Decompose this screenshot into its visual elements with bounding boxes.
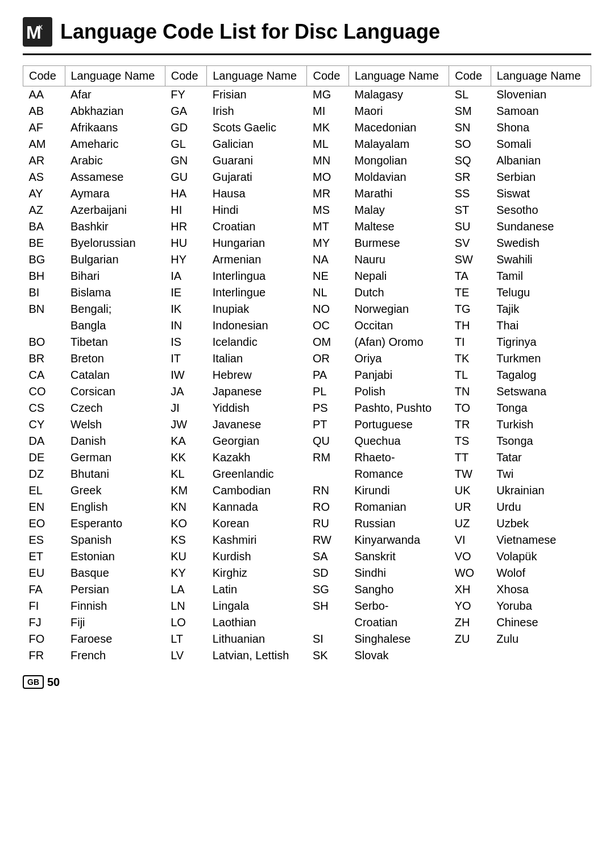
col1-name-header: Language Name — [65, 66, 165, 86]
row-13-col4-code: TG — [449, 301, 491, 317]
row-30-col1-name: Persian — [65, 581, 165, 598]
row-22-col4-code: TT — [449, 449, 491, 466]
row-6-col4-name: Siswat — [491, 185, 591, 202]
row-25-col1-name: English — [65, 499, 165, 515]
row-8-col4-code: SU — [449, 218, 491, 235]
row-18-col3-code: PL — [307, 383, 349, 400]
row-20-col4-name: Turkish — [491, 416, 591, 433]
row-25-col3-name: Romanian — [349, 499, 449, 515]
row-17-col4-code: TL — [449, 367, 491, 383]
row-21-col1-code: DA — [23, 433, 65, 449]
table-row: AMAmeharicGLGalicianMLMalayalamSOSomali — [23, 136, 591, 152]
row-10-col4-name: Swahili — [491, 251, 591, 268]
row-31-col2-name: Lingala — [207, 598, 307, 614]
row-31-col1-name: Finnish — [65, 598, 165, 614]
row-19-col3-code: PS — [307, 400, 349, 416]
table-row: ELGreekKMCambodianRNKirundiUKUkrainian — [23, 482, 591, 499]
table-row: ASAssameseGUGujaratiMOMoldavianSRSerbian — [23, 169, 591, 185]
row-13-col2-name: Inupiak — [207, 301, 307, 317]
row-1-col4-name: Samoan — [491, 103, 591, 119]
row-13-col3-code: NO — [307, 301, 349, 317]
col1-code-header: Code — [23, 66, 65, 86]
row-32-col3-name: Croatian — [349, 614, 449, 631]
row-6-col2-code: HA — [165, 185, 207, 202]
row-24-col4-name: Ukrainian — [491, 482, 591, 499]
row-12-col2-name: Interlingue — [207, 284, 307, 301]
row-7-col3-name: Malay — [349, 202, 449, 218]
row-31-col3-name: Serbo- — [349, 598, 449, 614]
row-32-col1-name: Fiji — [65, 614, 165, 631]
row-30-col4-code: XH — [449, 581, 491, 598]
row-28-col4-name: Volapük — [491, 548, 591, 565]
row-16-col2-code: IT — [165, 350, 207, 367]
table-row: ENEnglishKNKannadaRORomanianURUrdu — [23, 499, 591, 515]
row-13-col1-name: Bengali; — [65, 301, 165, 317]
row-31-col2-code: LN — [165, 598, 207, 614]
col2-name-header: Language Name — [207, 66, 307, 86]
row-26-col1-name: Esperanto — [65, 515, 165, 532]
row-15-col2-name: Icelandic — [207, 334, 307, 350]
row-28-col3-name: Sanskrit — [349, 548, 449, 565]
row-3-col1-code: AM — [23, 136, 65, 152]
row-25-col4-code: UR — [449, 499, 491, 515]
row-1-col2-code: GA — [165, 103, 207, 119]
row-22-col1-name: German — [65, 449, 165, 466]
row-1-col4-code: SM — [449, 103, 491, 119]
row-16-col4-name: Turkmen — [491, 350, 591, 367]
row-32-col4-name: Chinese — [491, 614, 591, 631]
table-row: BGBulgarianHYArmenianNANauruSWSwahili — [23, 251, 591, 268]
row-15-col3-code: OM — [307, 334, 349, 350]
row-12-col1-name: Bislama — [65, 284, 165, 301]
row-14-col4-name: Thai — [491, 317, 591, 334]
row-2-col1-code: AF — [23, 119, 65, 136]
disc-language-icon: M x — [23, 17, 52, 47]
row-0-col1-name: Afar — [65, 86, 165, 104]
row-21-col2-code: KA — [165, 433, 207, 449]
row-12-col4-code: TE — [449, 284, 491, 301]
table-row: AAAfarFYFrisianMGMalagasySLSlovenian — [23, 86, 591, 104]
row-30-col3-code: SG — [307, 581, 349, 598]
language-table: Code Language Name Code Language Name Co… — [23, 65, 591, 664]
row-32-col3-code — [307, 614, 349, 631]
row-18-col2-name: Japanese — [207, 383, 307, 400]
row-33-col2-name: Lithuanian — [207, 631, 307, 647]
row-21-col4-code: TS — [449, 433, 491, 449]
table-row: BIBislamaIEInterlingueNLDutchTETelugu — [23, 284, 591, 301]
row-30-col4-name: Xhosa — [491, 581, 591, 598]
row-5-col3-code: MO — [307, 169, 349, 185]
row-23-col4-code: TW — [449, 466, 491, 482]
row-11-col1-name: Bihari — [65, 268, 165, 284]
row-9-col3-code: MY — [307, 235, 349, 251]
svg-text:x: x — [39, 22, 43, 31]
row-7-col4-name: Sesotho — [491, 202, 591, 218]
table-header-row: Code Language Name Code Language Name Co… — [23, 66, 591, 86]
col3-code-header: Code — [307, 66, 349, 86]
row-20-col1-name: Welsh — [65, 416, 165, 433]
row-11-col2-name: Interlingua — [207, 268, 307, 284]
row-24-col2-code: KM — [165, 482, 207, 499]
row-8-col2-name: Croatian — [207, 218, 307, 235]
row-27-col3-code: RW — [307, 532, 349, 548]
row-13-col1-code: BN — [23, 301, 65, 317]
row-26-col2-code: KO — [165, 515, 207, 532]
row-14-col2-name: Indonesian — [207, 317, 307, 334]
row-22-col2-name: Kazakh — [207, 449, 307, 466]
table-row: DZBhutaniKLGreenlandicRomanceTWTwi — [23, 466, 591, 482]
row-17-col1-name: Catalan — [65, 367, 165, 383]
row-3-col2-code: GL — [165, 136, 207, 152]
row-14-col1-name: Bangla — [65, 317, 165, 334]
row-6-col1-name: Aymara — [65, 185, 165, 202]
row-2-col3-code: MK — [307, 119, 349, 136]
row-28-col1-name: Estonian — [65, 548, 165, 565]
row-21-col3-code: QU — [307, 433, 349, 449]
table-row: BHBihariIAInterlinguaNENepaliTATamil — [23, 268, 591, 284]
row-28-col4-code: VO — [449, 548, 491, 565]
row-11-col1-code: BH — [23, 268, 65, 284]
table-row: BOTibetanISIcelandicOM(Afan) OromoTITigr… — [23, 334, 591, 350]
row-4-col2-code: GN — [165, 152, 207, 169]
row-25-col3-code: RO — [307, 499, 349, 515]
row-9-col1-code: BE — [23, 235, 65, 251]
row-5-col2-name: Gujarati — [207, 169, 307, 185]
row-0-col4-code: SL — [449, 86, 491, 104]
row-32-col2-name: Laothian — [207, 614, 307, 631]
